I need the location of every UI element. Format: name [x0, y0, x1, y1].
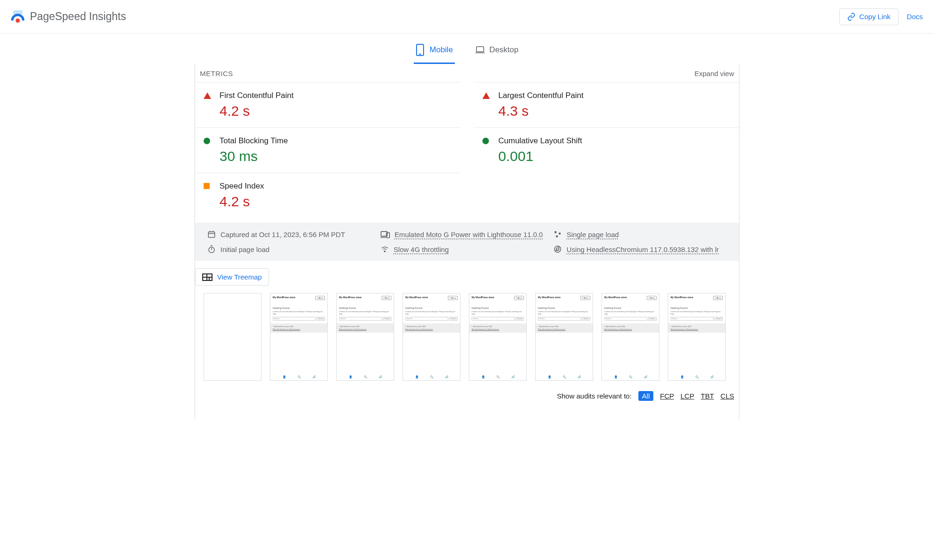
metrics-grid: First Contentful Paint 4.2 s Largest Con…: [195, 82, 739, 218]
env-text: Captured at Oct 11, 2023, 6:56 PM PDT: [220, 231, 345, 238]
metric-cls: Cumulative Layout Shift 0.001: [474, 127, 739, 173]
view-treemap-button[interactable]: View Treemap: [195, 268, 269, 286]
env-throttling: Slow 4G throttling: [381, 245, 554, 253]
env-link[interactable]: Slow 4G throttling: [394, 245, 449, 253]
filter-all[interactable]: All: [638, 391, 654, 401]
link-icon: [847, 13, 856, 21]
calendar-icon: [207, 230, 216, 238]
filter-tbt[interactable]: TBT: [700, 392, 714, 400]
copy-link-button[interactable]: Copy Link: [839, 8, 899, 25]
app-title: PageSpeed Insights: [30, 10, 126, 23]
device-tabs: Mobile Desktop: [0, 34, 934, 64]
env-text: Initial page load: [220, 245, 269, 253]
expand-view-toggle[interactable]: Expand view: [694, 70, 734, 77]
status-average-icon: [204, 183, 211, 190]
env-link[interactable]: Using HeadlessChromium 117.0.5938.132 wi…: [566, 245, 719, 253]
filter-fcp[interactable]: FCP: [660, 392, 674, 400]
metric-name: Cumulative Layout Shift: [498, 136, 582, 146]
svg-point-13: [555, 231, 557, 233]
metric-lcp: Largest Contentful Paint 4.3 s: [474, 82, 739, 127]
content: METRICS Expand view First Contentful Pai…: [194, 64, 740, 420]
svg-rect-6: [208, 232, 215, 238]
filmstrip: My WordPress store≡ Menu Nothing Found I…: [195, 293, 739, 381]
metric-tbt: Total Blocking Time 30 ms: [195, 127, 460, 173]
filter-cls[interactable]: CLS: [721, 392, 734, 400]
metric-name: Speed Index: [219, 182, 264, 191]
metric-value: 30 ms: [219, 148, 288, 164]
tab-desktop[interactable]: Desktop: [474, 41, 520, 64]
env-captured: Captured at Oct 11, 2023, 6:56 PM PDT: [207, 230, 381, 238]
app-header: PageSpeed Insights Copy Link Docs: [0, 0, 934, 34]
metric-si: Speed Index 4.2 s: [195, 173, 460, 218]
treemap-icon: [202, 273, 212, 281]
treemap-label: View Treemap: [217, 273, 262, 281]
env-device: Emulated Moto G Power with Lighthouse 11…: [381, 230, 554, 238]
filmstrip-frame: My WordPress store≡ Menu Nothing Found I…: [601, 293, 659, 381]
status-good-icon: [204, 138, 211, 145]
filmstrip-frame: My WordPress store≡ Menu Nothing Found I…: [336, 293, 394, 381]
filmstrip-frame: My WordPress store≡ Menu Nothing Found I…: [403, 293, 460, 381]
status-poor-icon: [204, 92, 211, 100]
metric-name: Largest Contentful Paint: [498, 91, 583, 100]
svg-point-14: [559, 232, 561, 235]
environment-panel: Captured at Oct 11, 2023, 6:56 PM PDT Em…: [195, 223, 739, 261]
metric-value: 4.3 s: [498, 103, 583, 119]
filmstrip-frame: My WordPress store≡ Menu Nothing Found I…: [270, 293, 328, 381]
filter-lcp[interactable]: LCP: [680, 392, 694, 400]
metrics-header: METRICS Expand view: [195, 64, 739, 82]
mobile-icon: [416, 44, 425, 56]
stopwatch-icon: [207, 245, 216, 253]
metric-value: 4.2 s: [219, 194, 264, 210]
tab-desktop-label: Desktop: [489, 45, 518, 55]
env-load-type: Single page load: [553, 230, 727, 238]
network-icon: [381, 245, 389, 253]
status-good-icon: [482, 138, 490, 145]
filmstrip-frame-blank: [204, 293, 262, 381]
chrome-icon: [553, 245, 562, 253]
metric-name: Total Blocking Time: [219, 136, 288, 146]
devices-icon: [381, 230, 390, 238]
svg-point-1: [16, 18, 20, 22]
env-initial: Initial page load: [207, 245, 381, 253]
filmstrip-frame: My WordPress store≡ Menu Nothing Found I…: [668, 293, 726, 381]
header-left: PageSpeed Insights: [11, 10, 126, 23]
psi-logo-icon: [11, 10, 24, 23]
svg-point-15: [556, 235, 559, 238]
filmstrip-frame: My WordPress store≡ Menu Nothing Found I…: [469, 293, 527, 381]
audits-filter-label: Show audits relevant to:: [557, 392, 632, 400]
docs-link[interactable]: Docs: [907, 13, 923, 21]
filmstrip-frame: My WordPress store≡ Menu Nothing Found I…: [535, 293, 593, 381]
svg-point-19: [384, 251, 385, 252]
status-poor-icon: [482, 92, 490, 100]
svg-rect-4: [476, 47, 483, 52]
metric-name: First Contentful Paint: [219, 91, 294, 100]
metrics-label: METRICS: [200, 70, 233, 77]
cluster-icon: [553, 230, 562, 238]
env-link[interactable]: Single page load: [566, 231, 619, 238]
env-link[interactable]: Emulated Moto G Power with Lighthouse 11…: [395, 231, 543, 238]
treemap-row: View Treemap: [195, 261, 739, 293]
metric-value: 4.2 s: [219, 103, 294, 119]
audits-filter: Show audits relevant to: All FCP LCP TBT…: [195, 381, 739, 401]
desktop-icon: [475, 44, 485, 56]
copy-link-label: Copy Link: [859, 13, 891, 21]
env-browser: Using HeadlessChromium 117.0.5938.132 wi…: [553, 245, 727, 253]
header-right: Copy Link Docs: [839, 8, 923, 25]
tab-mobile[interactable]: Mobile: [414, 41, 455, 64]
metric-fcp: First Contentful Paint 4.2 s: [195, 82, 460, 127]
tab-mobile-label: Mobile: [430, 45, 453, 55]
metric-value: 0.001: [498, 148, 582, 164]
